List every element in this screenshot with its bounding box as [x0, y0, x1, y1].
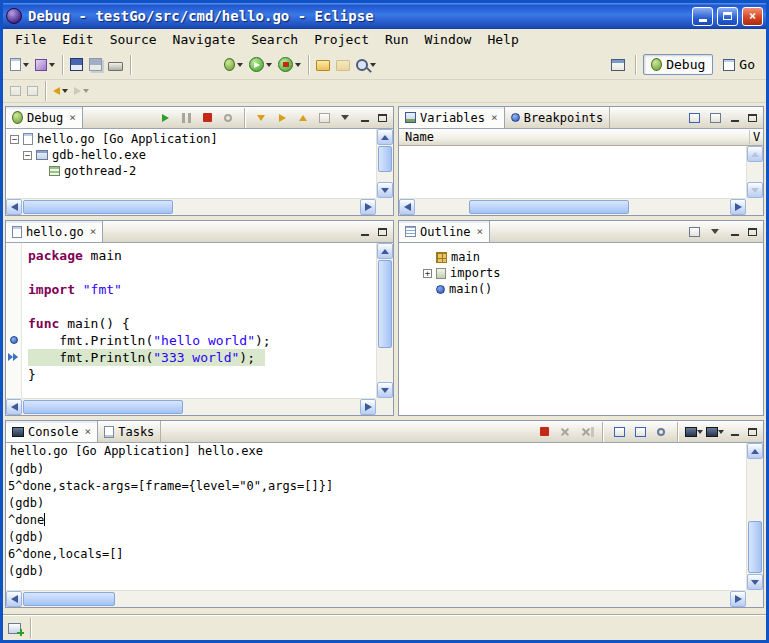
menu-window[interactable]: Window: [416, 30, 479, 49]
window-close-button[interactable]: ×: [742, 7, 763, 26]
debug-button[interactable]: [221, 53, 246, 77]
scrollbar-thumb[interactable]: [23, 200, 173, 214]
maximize-view-button[interactable]: [745, 111, 760, 125]
console-vertical-scrollbar[interactable]: [746, 443, 763, 590]
open-resource-button[interactable]: [333, 53, 353, 77]
fast-view-button[interactable]: [8, 623, 21, 634]
maximize-view-button[interactable]: [375, 111, 390, 125]
tab-close-icon[interactable]: ×: [491, 111, 498, 124]
step-return-button[interactable]: [294, 109, 312, 126]
view-menu-button[interactable]: [706, 223, 724, 240]
open-console-button[interactable]: [706, 423, 724, 440]
minimize-view-button[interactable]: [727, 111, 742, 125]
back-button[interactable]: [50, 79, 71, 103]
outline-item[interactable]: main: [423, 249, 761, 265]
step-filters-button[interactable]: [315, 109, 333, 126]
resume-button[interactable]: [156, 109, 174, 126]
step-over-button[interactable]: [273, 109, 291, 126]
scroll-up-button[interactable]: [747, 443, 763, 459]
remove-launch-button[interactable]: [556, 423, 574, 440]
window-maximize-button[interactable]: [717, 7, 738, 26]
debug-vertical-scrollbar[interactable]: [376, 129, 393, 198]
debug-tree-item[interactable]: gothread-2: [6, 163, 376, 179]
tab-breakpoints[interactable]: Breakpoints: [505, 107, 610, 128]
debug-tree-item[interactable]: −gdb-hello.exe: [6, 147, 376, 163]
perspective-debug-button[interactable]: Debug: [643, 54, 713, 75]
tab-hello-go[interactable]: hello.go ×: [6, 221, 103, 242]
editor-ruler[interactable]: [6, 243, 22, 398]
menu-file[interactable]: File: [7, 30, 54, 49]
scroll-down-button[interactable]: [377, 382, 393, 398]
tab-close-icon[interactable]: ×: [69, 111, 76, 124]
scrollbar-thumb[interactable]: [469, 200, 629, 214]
scroll-up-button[interactable]: [747, 146, 763, 162]
menu-source[interactable]: Source: [102, 30, 165, 49]
column-name[interactable]: Name: [399, 130, 749, 144]
tab-outline[interactable]: Outline ×: [399, 221, 490, 242]
scroll-up-button[interactable]: [377, 129, 393, 145]
run-button[interactable]: [246, 53, 275, 77]
tab-variables[interactable]: Variables×: [399, 107, 505, 128]
disconnect-button[interactable]: [219, 109, 237, 126]
scroll-lock-button[interactable]: [631, 423, 649, 440]
tab-close-icon[interactable]: ×: [85, 425, 92, 438]
scroll-right-button[interactable]: [360, 199, 376, 215]
scroll-down-button[interactable]: [747, 182, 763, 198]
tab-debug[interactable]: Debug ×: [6, 107, 83, 128]
save-all-button[interactable]: [86, 53, 105, 77]
scroll-up-button[interactable]: [377, 243, 393, 259]
scroll-right-button[interactable]: [360, 399, 376, 415]
scrollbar-thumb[interactable]: [748, 521, 762, 573]
last-edit-location-button[interactable]: [24, 79, 41, 103]
scroll-down-button[interactable]: [377, 182, 393, 198]
menu-edit[interactable]: Edit: [54, 30, 101, 49]
scrollbar-thumb[interactable]: [378, 146, 392, 172]
console-body[interactable]: hello.go [Go Application] hello.exe (gdb…: [6, 443, 763, 607]
maximize-view-button[interactable]: [375, 225, 390, 239]
menu-help[interactable]: Help: [479, 30, 526, 49]
scroll-right-button[interactable]: [730, 591, 746, 607]
terminate-console-button[interactable]: [535, 423, 553, 440]
pin-console-button[interactable]: [652, 423, 670, 440]
scroll-left-button[interactable]: [6, 591, 22, 607]
expander-icon[interactable]: −: [10, 135, 19, 144]
editor-vertical-scrollbar[interactable]: [376, 243, 393, 398]
new-button[interactable]: [7, 53, 32, 77]
tab-close-icon[interactable]: ×: [477, 225, 484, 238]
debug-horizontal-scrollbar[interactable]: [6, 198, 376, 215]
outline-item[interactable]: +imports: [423, 265, 761, 281]
tab-close-icon[interactable]: ×: [90, 225, 97, 238]
perspective-go-button[interactable]: Go: [716, 55, 762, 74]
breakpoint-icon[interactable]: [10, 336, 18, 344]
column-value[interactable]: V: [749, 130, 763, 144]
variables-vertical-scrollbar[interactable]: [746, 146, 763, 198]
outline-item[interactable]: main(): [423, 281, 761, 297]
instruction-pointer-icon[interactable]: [8, 353, 20, 361]
editor-horizontal-scrollbar[interactable]: [6, 398, 376, 415]
maximize-view-button[interactable]: [745, 225, 760, 239]
menu-project[interactable]: Project: [306, 30, 377, 49]
scrollbar-thumb[interactable]: [23, 592, 115, 606]
new-wizard-button[interactable]: [32, 53, 58, 77]
clear-console-button[interactable]: [610, 423, 628, 440]
open-folder-button[interactable]: [313, 53, 333, 77]
skip-breakpoints-button[interactable]: [7, 79, 24, 103]
menu-navigate[interactable]: Navigate: [165, 30, 244, 49]
remove-all-launches-button[interactable]: [577, 423, 595, 440]
menu-search[interactable]: Search: [243, 30, 306, 49]
tab-console[interactable]: Console×: [6, 421, 98, 442]
expander-icon[interactable]: −: [23, 151, 32, 160]
print-button[interactable]: [105, 53, 126, 77]
debug-tree-item[interactable]: −hello.go [Go Application]: [6, 131, 376, 147]
open-perspective-button[interactable]: [608, 53, 628, 77]
minimize-view-button[interactable]: [727, 225, 742, 239]
show-logical-structure-button[interactable]: [685, 109, 703, 126]
search-button[interactable]: [353, 53, 379, 77]
expander-icon[interactable]: +: [423, 269, 432, 278]
scroll-left-button[interactable]: [6, 199, 22, 215]
variables-horizontal-scrollbar[interactable]: [399, 198, 746, 215]
save-button[interactable]: [67, 53, 86, 77]
scroll-right-button[interactable]: [730, 199, 746, 215]
forward-button[interactable]: [71, 79, 92, 103]
collapse-all-button[interactable]: [706, 109, 724, 126]
